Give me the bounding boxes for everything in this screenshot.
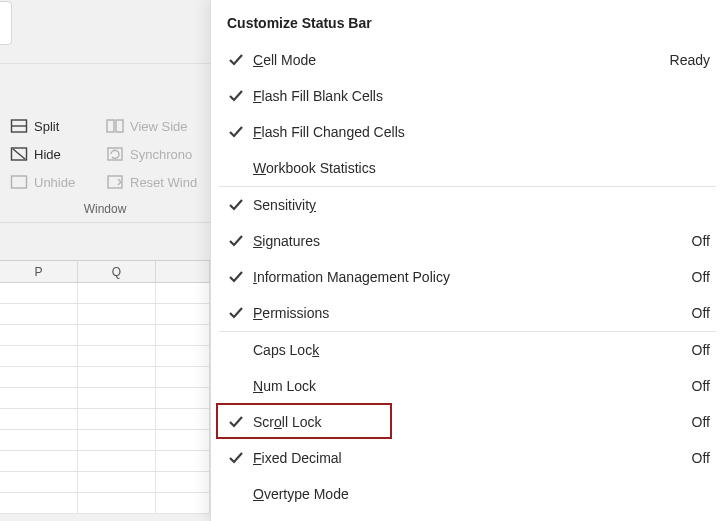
cell[interactable] — [156, 346, 210, 367]
svg-rect-5 — [107, 120, 114, 132]
resetwin-button: Reset Wind — [104, 168, 214, 196]
statusbar-option-permissions[interactable]: PermissionsOff — [211, 295, 724, 331]
cell[interactable] — [0, 388, 78, 409]
ribbon-group-label: Window — [0, 202, 210, 216]
column-header-row: PQ — [0, 261, 210, 283]
cell[interactable] — [156, 409, 210, 430]
ribbon-group-separator — [0, 222, 210, 223]
menu-item-label: Workbook Statistics — [253, 160, 376, 176]
split-icon — [10, 117, 28, 135]
ribbon-button-label: View Side — [130, 119, 188, 134]
cell[interactable] — [156, 493, 210, 514]
checkmark-icon — [227, 87, 245, 105]
menu-item-value: Ready — [670, 52, 710, 68]
menu-item-label: Overtype Mode — [253, 486, 349, 502]
svg-rect-4 — [12, 176, 27, 188]
statusbar-option-scroll-lock[interactable]: Scroll LockOff — [211, 404, 724, 440]
cell[interactable] — [0, 451, 78, 472]
menu-item-label: Cell Mode — [253, 52, 316, 68]
statusbar-option-signatures[interactable]: SignaturesOff — [211, 223, 724, 259]
menu-title: Customize Status Bar — [227, 15, 372, 31]
cell[interactable] — [156, 451, 210, 472]
menu-item-label: Signatures — [253, 233, 320, 249]
cell[interactable] — [78, 451, 156, 472]
ribbon-button-label: Reset Wind — [130, 175, 197, 190]
sync-icon — [106, 145, 124, 163]
statusbar-option-workbook-statistics[interactable]: Workbook Statistics — [211, 150, 724, 186]
cell[interactable] — [156, 283, 210, 304]
menu-item-value: Off — [692, 450, 710, 466]
svg-line-3 — [13, 149, 25, 159]
ribbon-button-label: Synchrono — [130, 147, 192, 162]
cell[interactable] — [156, 304, 210, 325]
cell[interactable] — [78, 493, 156, 514]
statusbar-option-flash-fill-blank-cells[interactable]: Flash Fill Blank Cells — [211, 78, 724, 114]
cell[interactable] — [156, 367, 210, 388]
checkmark-icon — [227, 268, 245, 286]
svg-rect-6 — [116, 120, 123, 132]
menu-item-label: Flash Fill Blank Cells — [253, 88, 383, 104]
ribbon-button-label: Unhide — [34, 175, 75, 190]
ribbon-button-label: Hide — [34, 147, 61, 162]
cell[interactable] — [156, 472, 210, 493]
checkmark-icon — [227, 232, 245, 250]
menu-item-value: Off — [692, 233, 710, 249]
checkmark-icon — [227, 123, 245, 141]
viewside-button: View Side — [104, 112, 214, 140]
menu-item-value: Off — [692, 378, 710, 394]
menu-item-label: Caps Lock — [253, 342, 319, 358]
cell[interactable] — [0, 325, 78, 346]
cell[interactable] — [78, 409, 156, 430]
cell[interactable] — [0, 472, 78, 493]
statusbar-option-information-management-policy[interactable]: Information Management PolicyOff — [211, 259, 724, 295]
cell[interactable] — [78, 367, 156, 388]
spreadsheet-grid[interactable]: PQ — [0, 260, 210, 514]
split-button[interactable]: Split — [8, 112, 96, 140]
cell[interactable] — [78, 346, 156, 367]
cell[interactable] — [0, 430, 78, 451]
cell[interactable] — [156, 325, 210, 346]
statusbar-option-caps-lock[interactable]: Caps LockOff — [211, 332, 724, 368]
sync-button: Synchrono — [104, 140, 214, 168]
cell[interactable] — [0, 346, 78, 367]
statusbar-option-overtype-mode[interactable]: Overtype Mode — [211, 476, 724, 512]
unhide-icon — [10, 173, 28, 191]
statusbar-option-sensitivity[interactable]: Sensitivity — [211, 187, 724, 223]
checkmark-icon — [227, 196, 245, 214]
menu-item-label: Sensitivity — [253, 197, 316, 213]
cell[interactable] — [78, 472, 156, 493]
menu-item-value: Off — [692, 414, 710, 430]
cell[interactable] — [0, 304, 78, 325]
menu-item-value: Off — [692, 269, 710, 285]
cell[interactable] — [156, 430, 210, 451]
ribbon-large-button[interactable] — [0, 1, 12, 45]
cell[interactable] — [78, 430, 156, 451]
checkmark-icon — [227, 449, 245, 467]
cell[interactable] — [0, 367, 78, 388]
menu-item-label: Flash Fill Changed Cells — [253, 124, 405, 140]
statusbar-option-flash-fill-changed-cells[interactable]: Flash Fill Changed Cells — [211, 114, 724, 150]
cell[interactable] — [78, 325, 156, 346]
cell[interactable] — [0, 493, 78, 514]
statusbar-option-fixed-decimal[interactable]: Fixed DecimalOff — [211, 440, 724, 476]
cell[interactable] — [156, 388, 210, 409]
menu-item-label: Fixed Decimal — [253, 450, 342, 466]
column-header[interactable] — [156, 261, 210, 283]
hide-icon — [10, 145, 28, 163]
cell[interactable] — [0, 409, 78, 430]
checkmark-icon — [227, 377, 245, 395]
checkmark-icon — [227, 159, 245, 177]
statusbar-option-num-lock[interactable]: Num LockOff — [211, 368, 724, 404]
menu-item-label: Permissions — [253, 305, 329, 321]
cell[interactable] — [0, 283, 78, 304]
statusbar-option-cell-mode[interactable]: Cell ModeReady — [211, 42, 724, 78]
cell[interactable] — [78, 304, 156, 325]
column-header[interactable]: Q — [78, 261, 156, 283]
column-header[interactable]: P — [0, 261, 78, 283]
svg-rect-8 — [108, 176, 122, 188]
menu-item-value: Off — [692, 342, 710, 358]
hide-button[interactable]: Hide — [8, 140, 96, 168]
cell[interactable] — [78, 388, 156, 409]
cell[interactable] — [78, 283, 156, 304]
checkmark-icon — [227, 485, 245, 503]
